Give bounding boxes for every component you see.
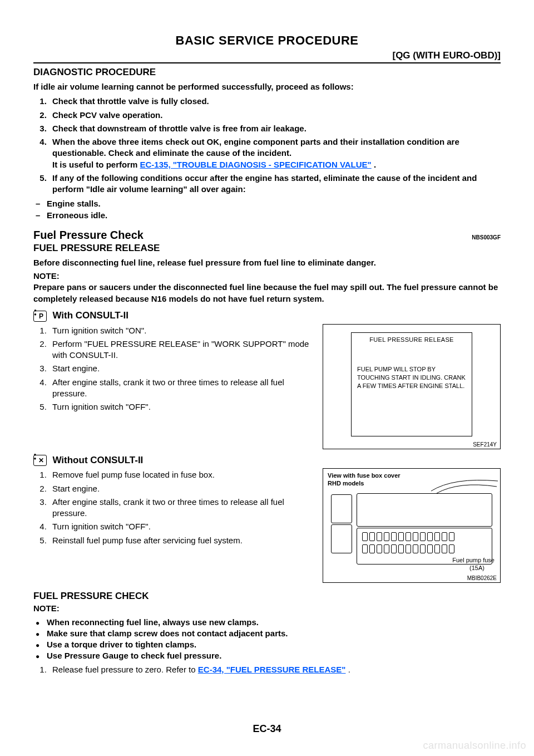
step: After engine stalls, crank it two or thr… [49,497,315,519]
fig2-line1: View with fuse box cover [328,472,400,479]
figure-ref: MBIB0262E [467,575,497,581]
fuel-check-notes: When reconnecting fuel line, always use … [33,617,501,662]
icon-letter: P [39,312,43,320]
page-number: EC-34 [0,723,534,735]
spec-value-link[interactable]: EC-135, "TROUBLE DIAGNOSIS - SPECIFICATI… [140,160,372,169]
step-lead: Release fuel pressure to zero. Refer to [52,665,198,674]
consult-screen-panel: FUEL PRESSURE RELEASE FUEL PUMP WILL STO… [351,332,472,436]
diagnostic-step: Check PCV valve operation. [49,110,501,121]
fuel-pressure-release-heading: FUEL PRESSURE RELEASE [33,243,501,254]
section-ref-code: NBS003GF [472,234,501,240]
fuel-pressure-warning: Before disconnecting fuel line, release … [33,257,501,268]
diagnostic-step: If any of the following conditions occur… [49,173,501,195]
note-item: When reconnecting fuel line, always use … [49,617,501,628]
with-consult-heading: With CONSULT-II [52,310,128,321]
step: Start engine. [49,363,315,374]
fuel-pressure-check-heading: Fuel Pressure Check NBS003GF [33,229,501,242]
fuel-pump-fuse-amp: (15A) [469,564,484,571]
watermark: carmanualsonline.info [423,740,526,752]
diagnostic-procedure-heading: DIAGNOSTIC PROCEDURE [33,67,501,78]
panel-body: FUEL PUMP WILL STOP BY TOUCHING START IN… [357,365,466,391]
step: Reinstall fuel pump fuse after servicing… [49,535,315,546]
without-consult-steps-col: Remove fuel pump fuse located in fuse bo… [33,468,315,549]
header-rule [33,62,501,63]
condition-item: Engine stalls. [49,198,501,209]
title-text: Fuel Pressure Check [33,229,144,241]
panel-title: FUEL PRESSURE RELEASE [357,336,466,343]
note-label: NOTE: [33,603,501,614]
fuel-check-step: Release fuel pressure to zero. Refer to … [49,664,501,675]
icon-letter: ✕ [38,456,44,464]
figure2-col: View with fuse box cover RHD models [323,468,501,583]
step: Perform "FUEL PRESSURE RELEASE" in "WORK… [49,338,315,361]
note-label: NOTE: [33,271,501,282]
page: BASIC SERVICE PROCEDURE [QG (WITH EURO-O… [0,0,534,756]
step-text: When the above three items check out OK,… [52,137,459,158]
diagnostic-step: Check that throttle valve is fully close… [49,96,501,107]
with-consult-steps-col: Turn ignition switch "ON". Perform "FUEL… [33,324,315,416]
figure-ref: SEF214Y [473,441,497,448]
note-item: Use Pressure Gauge to check fuel pressur… [49,650,501,661]
diagnostic-steps-list: Check that throttle valve is fully close… [33,96,501,195]
step: Turn ignition switch "OFF". [49,521,315,532]
with-consult-block: ●●P With CONSULT-II [33,310,501,322]
consult-icon: ●●P [33,311,47,322]
fuel-pressure-check-subheading: FUEL PRESSURE CHECK [33,591,501,602]
with-consult-row: Turn ignition switch "ON". Perform "FUEL… [33,324,501,449]
fuel-pump-fuse-label: Fuel pump fuse [452,557,495,563]
note-item: Use a torque driver to tighten clamps. [49,639,501,650]
diagnostic-step: When the above three items check out OK,… [49,136,501,170]
diagnostic-intro: If idle air volume learning cannot be pe… [33,81,501,92]
header-section-tag: [QG (WITH EURO-OBD)] [33,50,501,61]
without-consult-block: ●●✕ Without CONSULT-II [33,455,501,467]
diagnostic-step: Check that downstream of throttle valve … [49,123,501,134]
note-item: Make sure that clamp screw does not cont… [49,628,501,639]
step: Remove fuel pump fuse located in fuse bo… [49,469,315,480]
step: After engine stalls, crank it two or thr… [49,377,315,400]
without-consult-steps: Remove fuel pump fuse located in fuse bo… [33,469,315,546]
no-consult-icon: ●●✕ [33,455,47,466]
condition-item: Erroneous idle. [49,210,501,221]
fuel-check-steps: Release fuel pressure to zero. Refer to … [33,664,501,675]
page-title: BASIC SERVICE PROCEDURE [33,33,501,48]
step: Start engine. [49,483,315,494]
fuse-box-figure: View with fuse box cover RHD models [323,468,501,583]
diagnostic-conditions-list: Engine stalls. Erroneous idle. [33,198,501,221]
fuel-pressure-note: Prepare pans or saucers under the discon… [33,282,501,305]
step-after: . [345,665,350,674]
without-consult-row: Remove fuel pump fuse located in fuse bo… [33,468,501,583]
fuel-pressure-release-link[interactable]: EC-34, "FUEL PRESSURE RELEASE" [198,665,346,674]
figure1-col: FUEL PRESSURE RELEASE FUEL PUMP WILL STO… [323,324,501,449]
without-consult-heading: Without CONSULT-II [52,455,143,465]
decorative-wires [431,474,498,497]
step4-after: . [372,160,376,169]
step: Turn ignition switch "ON". [49,325,315,336]
step4-lead: It is useful to perform [52,160,140,169]
fuel-pressure-release-figure: FUEL PRESSURE RELEASE FUEL PUMP WILL STO… [323,324,501,449]
fig2-line2: RHD models [328,480,364,487]
step: Turn ignition switch "OFF". [49,401,315,413]
with-consult-steps: Turn ignition switch "ON". Perform "FUEL… [33,325,315,413]
